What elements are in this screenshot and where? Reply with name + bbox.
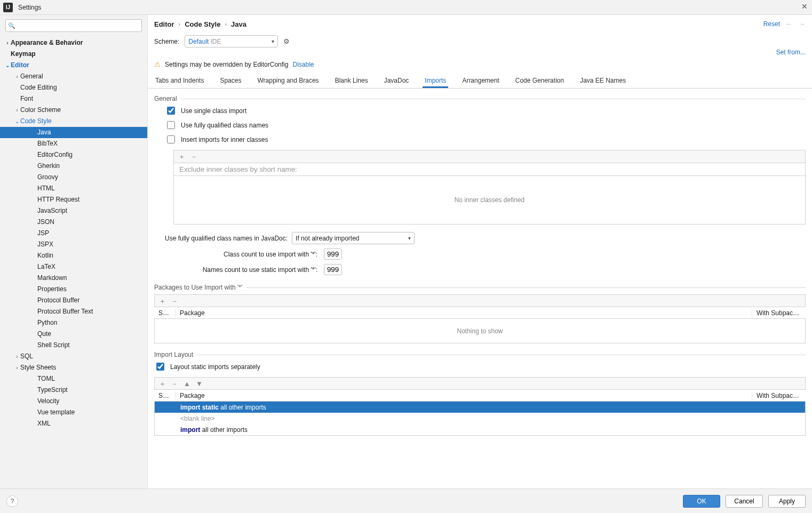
apply-button[interactable]: Apply [768, 495, 806, 508]
sidebar-item-label: TypeScript [37, 386, 68, 394]
chevron-down-icon: ▾ [408, 235, 411, 241]
layout-row[interactable]: <blank line> [155, 413, 805, 424]
sidebar: 🔍 ›Appearance & BehaviorKeymap⌄Editor›Ge… [0, 15, 148, 488]
sidebar-item-appearance-behavior[interactable]: ›Appearance & Behavior [0, 37, 147, 49]
sidebar-item-label: Python [37, 319, 57, 326]
sidebar-item-editorconfig[interactable]: EditorConfig [0, 149, 147, 161]
sidebar-item-velocity[interactable]: Velocity [0, 396, 147, 407]
sidebar-item-jspx[interactable]: JSPX [0, 239, 147, 250]
disable-link[interactable]: Disable [292, 61, 314, 68]
sidebar-item-sql[interactable]: ›SQL [0, 351, 147, 362]
cancel-button[interactable]: Cancel [726, 495, 763, 508]
gear-icon[interactable]: ⚙ [283, 37, 290, 45]
add-icon[interactable]: ＋ [178, 153, 185, 160]
remove-icon[interactable]: － [190, 153, 197, 160]
tab-code-generation[interactable]: Code Generation [513, 74, 566, 88]
sidebar-item-toml[interactable]: TOML [0, 373, 147, 384]
tab-tabs-and-indents[interactable]: Tabs and Indents [153, 74, 206, 88]
move-down-icon[interactable]: ▼ [196, 380, 203, 387]
add-icon[interactable]: ＋ [159, 380, 166, 387]
use-fqn-checkbox[interactable] [167, 121, 175, 129]
tab-blank-lines[interactable]: Blank Lines [333, 74, 370, 88]
sidebar-item-json[interactable]: JSON [0, 217, 147, 228]
sidebar-item-label: HTML [37, 185, 55, 192]
sidebar-item-groovy[interactable]: Groovy [0, 172, 147, 183]
sidebar-item-http-request[interactable]: HTTP Request [0, 194, 147, 205]
breadcrumb: Editor› Code Style› Java [154, 20, 246, 28]
insert-inner-checkbox[interactable] [167, 135, 175, 143]
sidebar-item-code-editing[interactable]: Code Editing [0, 82, 147, 93]
sidebar-item-label: Java [37, 129, 51, 136]
sidebar-item-label: Markdown [37, 274, 67, 282]
sidebar-item-jsp[interactable]: JSP [0, 228, 147, 239]
exclude-inner-field[interactable] [178, 165, 801, 174]
sidebar-item-bibtex[interactable]: BibTeX [0, 138, 147, 149]
tabs: Tabs and IndentsSpacesWrapping and Brace… [148, 73, 812, 89]
move-up-icon[interactable]: ▲ [184, 380, 190, 387]
sidebar-item-general[interactable]: ›General [0, 71, 147, 82]
remove-icon[interactable]: － [171, 380, 178, 387]
class-count-input[interactable] [324, 249, 342, 260]
close-icon[interactable]: ✕ [801, 2, 808, 11]
sidebar-item-font[interactable]: Font [0, 93, 147, 105]
sidebar-item-protocol-buffer[interactable]: Protocol Buffer [0, 295, 147, 306]
sidebar-item-label: LaTeX [37, 263, 55, 270]
sidebar-item-properties[interactable]: Properties [0, 284, 147, 295]
reset-link[interactable]: Reset [763, 20, 780, 28]
tab-java-ee-names[interactable]: Java EE Names [578, 74, 628, 88]
layout-static-separately-checkbox[interactable] [156, 363, 164, 371]
tab-imports[interactable]: Imports [423, 74, 448, 88]
sidebar-item-xml[interactable]: XML [0, 418, 147, 429]
tab-arrangement[interactable]: Arrangement [460, 74, 501, 88]
sidebar-item-color-scheme[interactable]: ›Color Scheme [0, 105, 147, 116]
sidebar-item-style-sheets[interactable]: ›Style Sheets [0, 362, 147, 373]
sidebar-item-gherkin[interactable]: Gherkin [0, 161, 147, 172]
set-from-link[interactable]: Set from... [776, 49, 806, 56]
sidebar-item-latex[interactable]: LaTeX [0, 261, 147, 272]
sidebar-item-protocol-buffer-text[interactable]: Protocol Buffer Text [0, 306, 147, 317]
use-single-class-import-checkbox[interactable] [167, 107, 175, 115]
add-icon[interactable]: ＋ [159, 298, 166, 304]
titlebar: IJ Settings ✕ [0, 0, 812, 15]
sidebar-item-label: Style Sheets [20, 364, 56, 371]
back-arrow-icon[interactable]: ← [785, 20, 793, 28]
sidebar-item-keymap[interactable]: Keymap [0, 49, 147, 60]
fqn-javadoc-select[interactable]: If not already imported▾ [292, 232, 415, 244]
sidebar-item-shell-script[interactable]: Shell Script [0, 340, 147, 351]
scheme-select[interactable]: Default IDE ▾ [185, 35, 278, 47]
sidebar-item-label: EditorConfig [37, 151, 73, 158]
forward-arrow-icon[interactable]: → [798, 20, 806, 28]
sidebar-item-label: Gherkin [37, 162, 60, 170]
sidebar-item-label: Color Scheme [20, 106, 61, 114]
tab-spaces[interactable]: Spaces [218, 74, 243, 88]
inner-classes-toolbar: ＋ － [173, 150, 806, 163]
sidebar-item-editor[interactable]: ⌄Editor [0, 60, 147, 71]
tab-javadoc[interactable]: JavaDoc [382, 74, 411, 88]
help-button[interactable]: ? [6, 495, 18, 507]
sidebar-item-java[interactable]: Java [0, 127, 147, 138]
layout-row[interactable]: import static all other imports [155, 402, 805, 413]
warning-icon: ⚠ [154, 60, 161, 68]
sidebar-item-kotlin[interactable]: Kotlin [0, 250, 147, 261]
layout-toolbar: ＋ － ▲ ▼ [154, 377, 806, 390]
sidebar-item-label: Kotlin [37, 252, 53, 259]
layout-row[interactable]: import all other imports [155, 424, 805, 435]
sidebar-item-label: Properties [37, 285, 67, 293]
sidebar-item-typescript[interactable]: TypeScript [0, 384, 147, 396]
remove-icon[interactable]: － [171, 298, 178, 304]
sidebar-item-label: Protocol Buffer Text [37, 308, 93, 315]
sidebar-item-vue-template[interactable]: Vue template [0, 407, 147, 418]
sidebar-item-label: Vue template [37, 408, 75, 416]
sidebar-item-code-style[interactable]: ⌄Code Style [0, 116, 147, 127]
sidebar-item-python[interactable]: Python [0, 317, 147, 328]
tab-wrapping-and-braces[interactable]: Wrapping and Braces [255, 74, 321, 88]
sidebar-item-javascript[interactable]: JavaScript [0, 205, 147, 217]
sidebar-item-html[interactable]: HTML [0, 183, 147, 194]
names-count-input[interactable] [324, 264, 342, 275]
chevron-right-icon: › [14, 351, 20, 362]
ok-button[interactable]: OK [683, 495, 720, 508]
group-packages: Packages to Use Import with '*' [154, 284, 806, 291]
sidebar-item-qute[interactable]: Qute [0, 328, 147, 340]
search-input[interactable]: 🔍 [5, 19, 142, 32]
sidebar-item-markdown[interactable]: Markdown [0, 272, 147, 284]
